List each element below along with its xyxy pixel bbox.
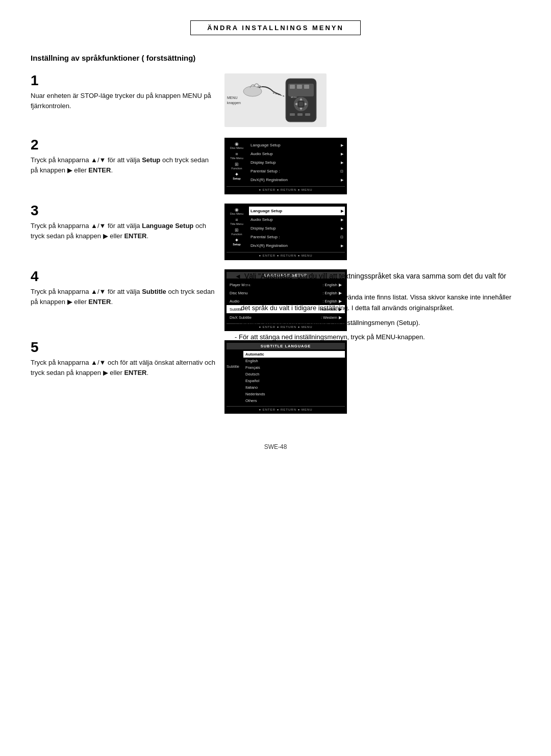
title-menu-icon: ≡ Title Menu bbox=[227, 151, 247, 160]
step-4-left: 4 Tryck på knapparna ▲/▼ för att välja S… bbox=[31, 269, 224, 307]
svg-point-17 bbox=[243, 86, 262, 96]
step-4-row: 4 Tryck på knapparna ▲/▼ för att välja S… bbox=[31, 269, 224, 331]
function-icon: ⊞ Function bbox=[227, 161, 247, 170]
note-1-text: Välj "Automatic" om du vill att textning… bbox=[244, 272, 520, 288]
menu-item-audio-3: Audio Setup ▶ bbox=[249, 215, 345, 224]
step-2-number: 2 bbox=[31, 138, 216, 152]
step-3-row: 3 Tryck på knapparna ▲/▼ för att välja L… bbox=[31, 204, 520, 260]
section-title: Inställning av språkfunktioner ( forstsä… bbox=[31, 54, 520, 62]
step-2-menu: ◉ Disc Menu ≡ Title Menu ⊞ Function bbox=[224, 138, 347, 194]
step-1-number: 1 bbox=[31, 73, 216, 88]
subtitle-opt-nederlands: Nederlands bbox=[243, 391, 345, 397]
menu-items-3: Language Setup ▶ Audio Setup ▶ Display S… bbox=[249, 207, 345, 250]
step-2-row: 2 Tryck på knapparna ▲/▼ för att välja S… bbox=[31, 138, 520, 194]
step-1-text: Nuar enheten är STOP-läge trycker du på … bbox=[31, 91, 216, 111]
menu-bottom-3: ● ENTER ● RETURN ● MENU bbox=[227, 252, 345, 257]
step-5-number: 5 bbox=[31, 340, 216, 355]
function-icon-3: ⊞ Function bbox=[227, 227, 247, 236]
menu-item-display-3: Display Setup ▶ bbox=[249, 224, 345, 233]
svg-rect-16 bbox=[305, 113, 310, 116]
menu-bottom-2: ● ENTER ● RETURN ● MENU bbox=[227, 186, 345, 191]
steps-1-3: 1 Nuar enheten är STOP-läge trycker du p… bbox=[31, 73, 520, 260]
step-2-left: 2 Tryck på knapparna ▲/▼ för att välja S… bbox=[31, 138, 224, 175]
disc-menu-icon: ◉ Disc Menu bbox=[227, 141, 247, 150]
step-3-number: 3 bbox=[31, 204, 216, 218]
svg-rect-14 bbox=[290, 113, 295, 116]
subtitle-opt-english: English bbox=[243, 358, 345, 364]
step-3-left: 3 Tryck på knapparna ▲/▼ för att välja L… bbox=[31, 204, 224, 241]
subtitle-options: Automatic English Français Deutsch Españ… bbox=[243, 351, 345, 404]
menu-sidebar-2: ◉ Disc Menu ≡ Title Menu ⊞ Function bbox=[227, 141, 345, 184]
subtitle-opt-deutsch: Deutsch bbox=[243, 371, 345, 377]
disc-menu-icon-3: ◉ Disc Menu bbox=[227, 207, 247, 216]
subtitle-opt-others: Others bbox=[243, 397, 345, 404]
menu-icons-3: ◉ Disc Menu ≡ Title Menu ⊞ Function bbox=[227, 207, 247, 250]
step-3-menu: ◉ Disc Menu ≡ Title Menu ⊞ Function bbox=[224, 204, 347, 260]
page-number: SWE-48 bbox=[31, 443, 520, 450]
note-4: - För att stänga ned inställningsmenyn, … bbox=[235, 332, 520, 343]
menu-item-parental-3: Parental Setup : ⊡ bbox=[249, 233, 345, 241]
svg-point-12 bbox=[298, 102, 304, 107]
step-1-row: 1 Nuar enheten är STOP-läge trycker du p… bbox=[31, 73, 520, 129]
step-1-left: 1 Nuar enheten är STOP-läge trycker du p… bbox=[31, 73, 224, 111]
menu-item-parental-2: Parental Setup : ⊡ bbox=[249, 167, 345, 175]
subtitle-opt-italiano: Italiano bbox=[243, 384, 345, 391]
subtitle-opt-automatic: Automatic bbox=[243, 351, 345, 358]
note-2: - Välj "Others" om det språk du vill anv… bbox=[235, 292, 520, 314]
step-5-row: 5 Tryck på knapparna ▲/▼ och för att väl… bbox=[31, 340, 224, 414]
svg-rect-15 bbox=[297, 113, 303, 116]
svg-rect-4 bbox=[297, 85, 302, 89]
note-1-bullet: ◄ bbox=[235, 272, 241, 280]
subtitle-content: Subtitle Automatic English Français Deut… bbox=[227, 351, 345, 404]
note-3: - Språket väljs och du återvänder till i… bbox=[235, 318, 520, 329]
menu-icons-2: ◉ Disc Menu ≡ Title Menu ⊞ Function bbox=[227, 141, 247, 184]
menu-item-display-2: Display Setup ▶ bbox=[249, 158, 345, 167]
menu-item-lang-2: Language Setup ▶ bbox=[249, 141, 345, 149]
subtitle-opt-espanol: Español bbox=[243, 377, 345, 384]
setup-icon: ✦ Setup bbox=[227, 171, 247, 181]
svg-rect-5 bbox=[304, 85, 309, 89]
svg-text:MENU: MENU bbox=[227, 96, 238, 99]
page-container: ÄNDRA INSTALLNINGS MENYN Inställning av … bbox=[0, 0, 551, 756]
page-title: ÄNDRA INSTALLNINGS MENYN bbox=[190, 20, 361, 35]
step-5-text: Tryck på knapparna ▲/▼ och för att välja… bbox=[31, 358, 216, 378]
svg-text:MENU: MENU bbox=[291, 96, 297, 98]
title-menu-icon-3: ≡ Title Menu bbox=[227, 217, 247, 226]
subtitle-opt-francais: Français bbox=[243, 364, 345, 371]
menu-item-divx-2: DivX(R) Registration ▶ bbox=[249, 175, 345, 184]
step-3-screen: ◉ Disc Menu ≡ Title Menu ⊞ Function bbox=[224, 204, 347, 260]
svg-rect-3 bbox=[290, 85, 295, 89]
menu-item-audio-2: Audio Setup ▶ bbox=[249, 149, 345, 158]
setup-icon-3: ✦ Setup bbox=[227, 237, 247, 246]
notes-column: ◄ Välj "Automatic" om du vill att textni… bbox=[235, 269, 520, 347]
step-4-number: 4 bbox=[31, 269, 216, 284]
remote-illustration: MENU MENU knappen bbox=[224, 73, 327, 127]
menu-sidebar-3: ◉ Disc Menu ≡ Title Menu ⊞ Function bbox=[227, 207, 345, 250]
steps-4-5: 4 Tryck på knapparna ▲/▼ för att välja S… bbox=[31, 269, 224, 423]
menu-item-divx-3: DivX(R) Registration ▶ bbox=[249, 241, 345, 250]
subtitle-bottom: ● ENTER ● RETURN ● MENU bbox=[227, 406, 345, 411]
page-header: ÄNDRA INSTALLNINGS MENYN bbox=[31, 20, 520, 35]
step-2-screen: ◉ Disc Menu ≡ Title Menu ⊞ Function bbox=[224, 138, 347, 194]
menu-items-2: Language Setup ▶ Audio Setup ▶ Display S… bbox=[249, 141, 345, 184]
step-4-text: Tryck på knapparna ▲/▼ för att välja Sub… bbox=[31, 287, 216, 307]
step-5-screen: SUBTITLE LANGUAGE Subtitle Automatic Eng… bbox=[224, 340, 347, 414]
subtitle-language-screen: SUBTITLE LANGUAGE Subtitle Automatic Eng… bbox=[224, 340, 347, 414]
step-3-text: Tryck på knapparna ▲/▼ för att välja Lan… bbox=[31, 221, 216, 241]
bottom-section: 4 Tryck på knapparna ▲/▼ för att välja S… bbox=[31, 269, 520, 423]
svg-text:knappen: knappen bbox=[227, 101, 241, 105]
subtitle-label: Subtitle bbox=[227, 351, 239, 404]
step-5-left: 5 Tryck på knapparna ▲/▼ och för att väl… bbox=[31, 340, 224, 378]
menu-item-lang-3: Language Setup ▶ bbox=[249, 207, 345, 215]
note-1: ◄ Välj "Automatic" om du vill att textni… bbox=[235, 272, 520, 288]
step-2-text: Tryck på knapparna ▲/▼ för att välja Set… bbox=[31, 155, 216, 175]
step-1-screen: MENU MENU knappen bbox=[224, 73, 347, 129]
